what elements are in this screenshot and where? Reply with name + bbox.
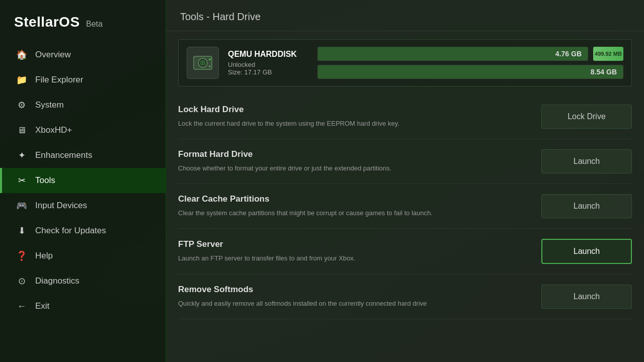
svg-point-4	[209, 58, 211, 60]
xboxhd-icon: 🖥	[16, 125, 27, 136]
tool-text-ftp-server: FTP ServerLaunch an FTP server to transf…	[178, 239, 531, 263]
sidebar: StellarOS Beta 🏠Overview📁File Explorer⚙S…	[0, 0, 166, 362]
tool-text-format-hard-drive: Format Hard DriveChoose whether to forma…	[178, 149, 531, 173]
logo-area: StellarOS Beta	[0, 0, 166, 42]
bar-track-1: 4.76 GB	[317, 47, 588, 61]
tool-button-ftp-server[interactable]: Launch	[541, 239, 632, 264]
tool-title-format-hard-drive: Format Hard Drive	[178, 149, 531, 159]
enhancements-icon: ✦	[16, 150, 27, 161]
page-header: Tools - Hard Drive	[166, 0, 644, 31]
tool-button-remove-softmods[interactable]: Launch	[541, 285, 632, 309]
help-icon: ❓	[16, 250, 27, 261]
tool-text-lock-hard-drive: Lock Hard DriveLock the current hard dri…	[178, 105, 531, 129]
tool-section-lock-hard-drive: Lock Hard DriveLock the current hard dri…	[178, 95, 632, 139]
hdd-bars: 4.76 GB 499.92 MB 8.54 GB	[317, 47, 623, 79]
file-explorer-icon: 📁	[16, 74, 27, 85]
sidebar-label-check-for-updates: Check for Updates	[35, 226, 106, 236]
input-devices-icon: 🎮	[16, 200, 27, 211]
app-badge: Beta	[86, 20, 103, 28]
sidebar-item-overview[interactable]: 🏠Overview	[0, 42, 166, 67]
tool-title-remove-softmods: Remove Softmods	[178, 285, 531, 295]
sidebar-label-system: System	[35, 100, 64, 110]
bar-side-indicator: 499.92 MB	[593, 47, 623, 61]
tool-desc-lock-hard-drive: Lock the current hard drive to the syste…	[178, 119, 460, 129]
sidebar-item-exit[interactable]: ←Exit	[0, 294, 166, 319]
app-name: StellarOS	[14, 14, 80, 30]
sidebar-item-file-explorer[interactable]: 📁File Explorer	[0, 67, 166, 93]
sidebar-item-enhancements[interactable]: ✦Enhancements	[0, 143, 166, 168]
tool-text-clear-cache-partitions: Clear Cache PartitionsClear the system c…	[178, 194, 531, 218]
hdd-size: Size: 17.17 GB	[228, 68, 308, 76]
svg-point-5	[209, 65, 211, 67]
diagnostics-icon: ⊙	[16, 276, 27, 287]
bar-row-1: 4.76 GB 499.92 MB	[317, 47, 623, 61]
svg-point-3	[202, 62, 204, 64]
bar2-label: 8.54 GB	[591, 68, 617, 76]
tool-section-ftp-server: FTP ServerLaunch an FTP server to transf…	[178, 229, 632, 275]
nav-list: 🏠Overview📁File Explorer⚙System🖥XboxHD+✦E…	[0, 42, 166, 362]
tool-title-lock-hard-drive: Lock Hard Drive	[178, 105, 531, 115]
tools-content: Lock Hard DriveLock the current hard dri…	[166, 95, 644, 362]
main-content: Tools - Hard Drive QEMU HARDDISK Unlocke…	[166, 0, 644, 362]
tool-section-format-hard-drive: Format Hard DriveChoose whether to forma…	[178, 139, 632, 184]
tool-section-clear-cache-partitions: Clear Cache PartitionsClear the system c…	[178, 184, 632, 229]
sidebar-item-tools[interactable]: ✂Tools	[0, 168, 166, 193]
tool-desc-format-hard-drive: Choose whether to format your entire dri…	[178, 163, 460, 173]
sidebar-label-tools: Tools	[35, 175, 55, 186]
tool-button-clear-cache-partitions[interactable]: Launch	[541, 194, 632, 218]
sidebar-label-help: Help	[35, 251, 53, 261]
sidebar-label-enhancements: Enhancements	[35, 150, 92, 160]
tool-desc-clear-cache-partitions: Clear the system cache partitions that m…	[178, 208, 460, 218]
hdd-card: QEMU HARDDISK Unlocked Size: 17.17 GB 4.…	[178, 39, 632, 86]
tool-button-format-hard-drive[interactable]: Launch	[541, 149, 632, 173]
bar-track-2: 8.54 GB	[317, 65, 623, 79]
tool-desc-ftp-server: Launch an FTP server to transfer files t…	[178, 253, 460, 263]
page-title: Tools - Hard Drive	[180, 11, 261, 22]
sidebar-label-xboxhd: XboxHD+	[35, 125, 72, 135]
sidebar-item-check-for-updates[interactable]: ⬇Check for Updates	[0, 218, 166, 243]
hdd-name: QEMU HARDDISK	[228, 50, 308, 59]
sidebar-item-help[interactable]: ❓Help	[0, 243, 166, 268]
sidebar-label-file-explorer: File Explorer	[35, 75, 83, 85]
tools-icon: ✂	[16, 175, 27, 186]
sidebar-label-exit: Exit	[35, 301, 49, 311]
tool-button-lock-hard-drive[interactable]: Lock Drive	[541, 105, 632, 129]
check-for-updates-icon: ⬇	[16, 225, 27, 236]
tool-title-ftp-server: FTP Server	[178, 239, 531, 249]
sidebar-item-input-devices[interactable]: 🎮Input Devices	[0, 193, 166, 218]
hdd-info: QEMU HARDDISK Unlocked Size: 17.17 GB	[228, 50, 308, 76]
sidebar-item-diagnostics[interactable]: ⊙Diagnostics	[0, 268, 166, 294]
overview-icon: 🏠	[16, 49, 27, 60]
tool-desc-remove-softmods: Quickly and easily remove all softmods i…	[178, 299, 460, 309]
exit-icon: ←	[16, 301, 27, 312]
system-icon: ⚙	[16, 100, 27, 111]
sidebar-item-system[interactable]: ⚙System	[0, 93, 166, 118]
sidebar-label-overview: Overview	[35, 50, 71, 60]
bar1-label: 4.76 GB	[555, 50, 582, 58]
sidebar-label-input-devices: Input Devices	[35, 201, 87, 211]
bar-row-2: 8.54 GB	[317, 65, 623, 79]
sidebar-label-diagnostics: Diagnostics	[35, 276, 79, 286]
tool-section-remove-softmods: Remove SoftmodsQuickly and easily remove…	[178, 275, 632, 319]
hdd-icon	[187, 47, 219, 79]
sidebar-item-xboxhd[interactable]: 🖥XboxHD+	[0, 118, 166, 143]
hdd-status: Unlocked	[228, 61, 308, 68]
tool-title-clear-cache-partitions: Clear Cache Partitions	[178, 194, 531, 204]
tool-text-remove-softmods: Remove SoftmodsQuickly and easily remove…	[178, 285, 531, 309]
